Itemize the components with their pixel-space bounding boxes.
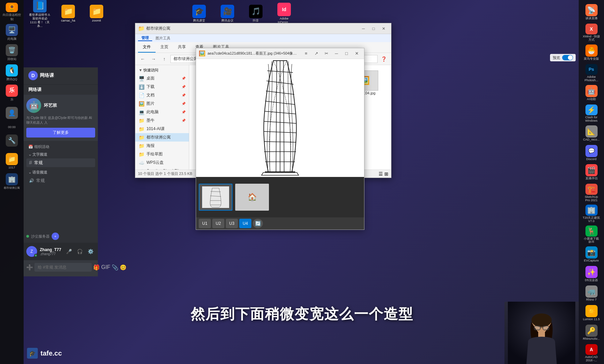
user-actions: 🎤 🎧 ⚙️ xyxy=(64,247,95,256)
left-icon-user[interactable]: 👤 xyxy=(2,104,21,123)
add-button[interactable]: ➕ xyxy=(26,264,33,271)
rs-icon-ai-bot[interactable]: 🤖 AI动助 xyxy=(581,84,602,102)
rs-icon-lumion[interactable]: ☀️ Lumion 11.5 xyxy=(581,304,602,323)
dt-icon-carnac[interactable]: 📁 carnac_ha xyxy=(57,5,79,23)
profile-info: 环艺班 xyxy=(44,102,57,109)
fe-sidebar-docs[interactable]: 📄 文档 📌 xyxy=(135,91,189,99)
fe-sidebar-sketch[interactable]: 📁 手绘草图 xyxy=(135,150,189,158)
rs-icon-clash[interactable]: ⚡ Clash for Windows xyxy=(581,103,602,123)
toggle-switch[interactable] xyxy=(562,55,573,60)
left-icon-music[interactable]: 乐 乐 xyxy=(2,84,21,102)
dt-icon-zoomit[interactable]: 📁 zoomit xyxy=(86,5,107,23)
fe-sidebar-pics[interactable]: 🖼️ 图片 📌 xyxy=(135,99,189,108)
channel-normal[interactable]: # 常规 xyxy=(26,158,95,167)
rs-icon-cad-reco[interactable]: 📐 CAD_reco... xyxy=(581,124,602,143)
text-channels-header[interactable]: ⌄ 文字频道 xyxy=(26,151,95,158)
left-icon-1017[interactable]: 📁 1017 xyxy=(2,152,21,171)
fe-grid-view[interactable]: ⊞ xyxy=(384,171,388,177)
thumb-1[interactable] xyxy=(199,184,232,211)
emoji-button[interactable]: 😊 xyxy=(120,264,127,271)
rs-icon-xiaolu[interactable]: 🦌 小鹿通下载助手 xyxy=(581,224,602,244)
fe-tab-home[interactable]: 主页 xyxy=(156,42,173,53)
rs-icon-rhino[interactable]: 🦏 Rhino 7 xyxy=(581,284,602,303)
fe-sidebar-desktop[interactable]: 🖥️ 桌面 📌 xyxy=(135,74,189,83)
fe-tab-share[interactable]: 共享 xyxy=(173,42,191,53)
dt-icon-tencent-class[interactable]: 🎓 腾讯课堂 xyxy=(188,5,210,23)
message-input[interactable] xyxy=(34,263,92,272)
fe-quick-access[interactable]: ▼ 快速访问 xyxy=(135,66,189,74)
rs-icon-live2[interactable]: 🎬 直播伴侣 xyxy=(581,163,602,182)
iv-title: aea7cde04ca121d890c181...看面王.jpg (346×50… xyxy=(208,51,299,56)
thumb-2[interactable]: 🏠 xyxy=(235,184,269,211)
fe-sidebar-monv[interactable]: 📁 墨牛 📌 xyxy=(135,116,189,125)
profile-name: 环艺班 xyxy=(44,102,57,109)
dt-icon-douyin[interactable]: 🎵 抖音 xyxy=(245,5,267,23)
iv-max[interactable]: □ xyxy=(342,50,351,57)
learn-more-button[interactable]: 了解更多 xyxy=(26,128,95,138)
rs-icon-rhinoactiv[interactable]: 🔑 RhinoActiv... xyxy=(581,323,602,342)
fe-sidebar-1014[interactable]: 📁 1014-AI课 xyxy=(135,125,189,133)
fe-help[interactable]: ❓ xyxy=(379,54,388,64)
ribbon-tab-manage[interactable]: 管理 xyxy=(138,35,152,41)
rs-icon-sketchup[interactable]: 🏗️ SketchUp Pro 2021 xyxy=(581,182,602,203)
rs-icon-xmind[interactable]: X XMind · 快捷方式 xyxy=(581,22,602,42)
fe-sidebar-poster[interactable]: 📁 海报 xyxy=(135,142,189,150)
rs-icon-t20[interactable]: 🏢 T20天正建筑 V7.0 xyxy=(581,203,602,223)
iv-close[interactable]: ✕ xyxy=(352,50,361,57)
rs-icon-rookie[interactable]: 🐣 菜鸟专业版 xyxy=(581,43,602,62)
rs-icon-autocad[interactable]: A AutoCAD 2018 -... xyxy=(581,343,602,363)
dt-icon-indesign[interactable]: Id Adobe InDesig... xyxy=(273,3,295,24)
rs-icon-ps[interactable]: Ps Adobe Photosh... xyxy=(581,63,602,83)
fe-sidebar-city[interactable]: 📁 都市绿洲公寓 xyxy=(135,133,189,142)
voice-channels-header[interactable]: ⌄ 语音频道 xyxy=(26,167,95,176)
fe-sidebar-thispc[interactable]: 💻 此电脑 📌 xyxy=(135,108,189,116)
left-icon-pc[interactable]: 🖥️ 此电脑 xyxy=(2,23,21,42)
left-icon-recycle[interactable]: 🗑️ 回收站 xyxy=(2,43,21,62)
fe-maximize[interactable]: □ xyxy=(369,25,378,32)
fe-up[interactable]: ↑ xyxy=(160,54,169,64)
iv-tab-u1[interactable]: U1 xyxy=(199,219,211,228)
left-icon-qq[interactable]: 🐧 腾讯QQ xyxy=(2,63,21,82)
iv-tab-u4[interactable]: U4 xyxy=(239,219,251,228)
fe-back[interactable]: ← xyxy=(138,54,147,64)
headset-button[interactable]: 🎧 xyxy=(75,247,84,256)
user-info: Zhang_T77 .zhang777 xyxy=(40,247,61,256)
fe-forward[interactable]: → xyxy=(149,54,158,64)
iv-tab-refresh[interactable]: 🔄 xyxy=(253,219,263,228)
left-icon-tools[interactable]: 🔧 xyxy=(2,131,21,150)
iv-tab-u3[interactable]: U3 xyxy=(226,219,238,228)
preview-toggle: 预览 xyxy=(550,54,576,61)
left-icon-city[interactable]: 🏢 都市绿洲公寓 xyxy=(2,172,21,191)
iv-titlebar: 🖼️ aea7cde04ca121d890c181...看面王.jpg (346… xyxy=(196,48,364,59)
discord-panel: D 网络课 网络课 🤖 环艺班 与 Clyde 聊天 提及@Clyde 即可与你… xyxy=(24,67,98,276)
fe-tab-file[interactable]: 文件 xyxy=(138,42,156,53)
gift-button[interactable]: 🎁 xyxy=(93,264,100,271)
iv-share[interactable]: ↗ xyxy=(311,50,321,57)
iv-menu[interactable]: ≡ xyxy=(301,50,311,57)
online-dot xyxy=(26,235,29,238)
fe-minimize[interactable]: ─ xyxy=(359,25,368,32)
rs-icon-live[interactable]: 📡 谈谈直播 xyxy=(581,3,602,22)
channel-voice-normal[interactable]: 🔊 常规 xyxy=(26,176,95,185)
settings-button[interactable]: ⚙️ xyxy=(86,247,95,256)
mic-button[interactable]: 🎤 xyxy=(64,247,74,256)
fe-sidebar-downloads[interactable]: ⬇️ 下载 📌 xyxy=(135,83,189,91)
dt-icon-tencent-meeting[interactable]: 🎥 腾讯会议 xyxy=(217,5,238,23)
iv-crop[interactable]: ✂ xyxy=(322,50,331,57)
fe-sidebar-creative-cloud[interactable]: ☁️ Creative Cloud Files xyxy=(135,167,189,170)
rs-icon-evcapture[interactable]: 📸 EVCapture xyxy=(581,245,602,264)
iv-min[interactable]: ─ xyxy=(332,50,341,57)
sticker-button[interactable]: 📎 xyxy=(112,264,118,271)
gif-button[interactable]: GIF xyxy=(101,264,110,270)
iv-tab-u2[interactable]: U2 xyxy=(212,219,224,228)
ribbon-tab-pictures[interactable]: 图片工具 xyxy=(152,36,174,41)
dt-icon-book[interactable]: 📘 看世界说明书 0.装软件前必 1111 看！（关杀... xyxy=(29,0,51,28)
left-icon-remote[interactable]: 🌻 向日葵远程控制 xyxy=(2,3,21,22)
fe-list-view[interactable]: ☰ xyxy=(379,171,383,177)
building-sketch-svg xyxy=(240,59,321,177)
rs-icon-discord[interactable]: 💬 Discord xyxy=(581,144,602,162)
fe-titlebar: 📁 都市绿洲公寓 ─ □ ✕ xyxy=(135,23,391,34)
rs-icon-d5[interactable]: ✨ D5渲染器 xyxy=(581,265,602,283)
fe-close[interactable]: ✕ xyxy=(379,25,388,32)
fe-sidebar-wps[interactable]: ☁️ WPS云盘 xyxy=(135,158,189,167)
